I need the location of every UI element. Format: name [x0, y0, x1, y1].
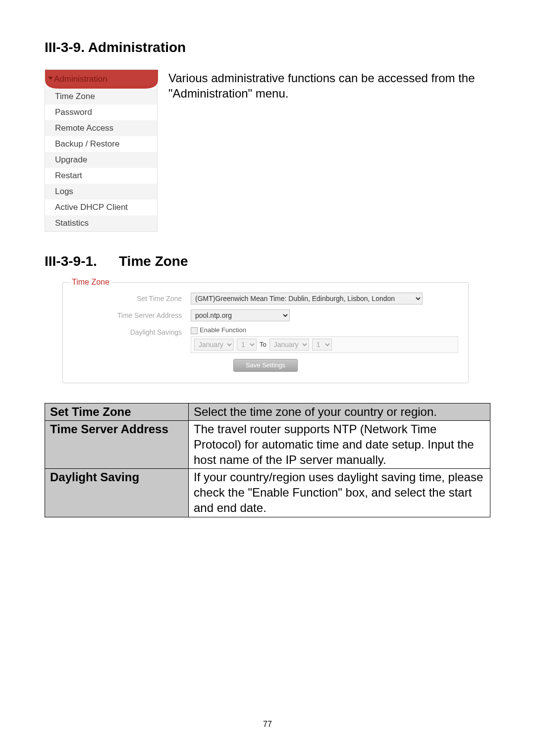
- sidebar-item-upgrade[interactable]: Upgrade: [45, 152, 157, 168]
- daylight-savings-label: Daylight Savings: [73, 326, 191, 336]
- sidebar-item-restart[interactable]: Restart: [45, 168, 157, 184]
- time-server-label: Time Server Address: [73, 309, 191, 319]
- admin-nav-header[interactable]: Administration: [45, 70, 157, 89]
- daylight-from-month-select[interactable]: January: [194, 339, 234, 351]
- sidebar-item-statistics[interactable]: Statistics: [45, 215, 157, 231]
- sidebar-item-time-zone[interactable]: Time Zone: [45, 89, 157, 104]
- table-key: Daylight Saving: [45, 469, 189, 517]
- section-heading-index: III-3-9-1.: [45, 253, 119, 269]
- table-val: The travel router supports NTP (Network …: [189, 421, 490, 469]
- admin-nav-header-label: Administration: [54, 70, 107, 89]
- admin-nav-panel: Administration Time Zone Password Remote…: [45, 69, 158, 232]
- table-key: Set Time Zone: [45, 403, 189, 421]
- time-zone-legend: Time Zone: [70, 278, 111, 287]
- table-val: Select the time zone of your country or …: [189, 403, 490, 421]
- intro-paragraph: Various administrative functions can be …: [168, 69, 490, 232]
- table-val: If your country/region uses daylight sav…: [189, 469, 490, 517]
- enable-function-label: Enable Function: [200, 326, 246, 334]
- section-heading-admin: III-3-9. Administration: [45, 40, 490, 55]
- save-settings-button[interactable]: Save Settings: [233, 359, 298, 372]
- daylight-to-day-select[interactable]: 1: [312, 339, 332, 351]
- daylight-to-month-select[interactable]: January: [269, 339, 309, 351]
- sidebar-item-password[interactable]: Password: [45, 104, 157, 120]
- section-heading-title: Time Zone: [119, 253, 188, 269]
- set-time-zone-label: Set Time Zone: [73, 293, 191, 302]
- page-number: 77: [0, 720, 535, 729]
- enable-function-checkbox[interactable]: [191, 327, 198, 334]
- description-table: Set Time Zone Select the time zone of yo…: [45, 403, 490, 517]
- daylight-from-day-select[interactable]: 1: [237, 339, 257, 351]
- sidebar-item-backup-restore[interactable]: Backup / Restore: [45, 136, 157, 152]
- time-server-select[interactable]: pool.ntp.org: [191, 309, 290, 321]
- sidebar-item-logs[interactable]: Logs: [45, 184, 157, 200]
- table-key: Time Server Address: [45, 421, 189, 469]
- chevron-down-icon: [48, 77, 53, 80]
- section-heading-time-zone: III-3-9-1.Time Zone: [45, 253, 490, 269]
- time-zone-panel: Time Zone Set Time Zone (GMT)Greenwich M…: [62, 282, 469, 383]
- sidebar-item-remote-access[interactable]: Remote Access: [45, 120, 157, 136]
- daylight-to-label: To: [260, 341, 267, 348]
- set-time-zone-select[interactable]: (GMT)Greenwich Mean Time: Dublin, Edinbu…: [191, 293, 423, 304]
- sidebar-item-active-dhcp[interactable]: Active DHCP Client: [45, 200, 157, 215]
